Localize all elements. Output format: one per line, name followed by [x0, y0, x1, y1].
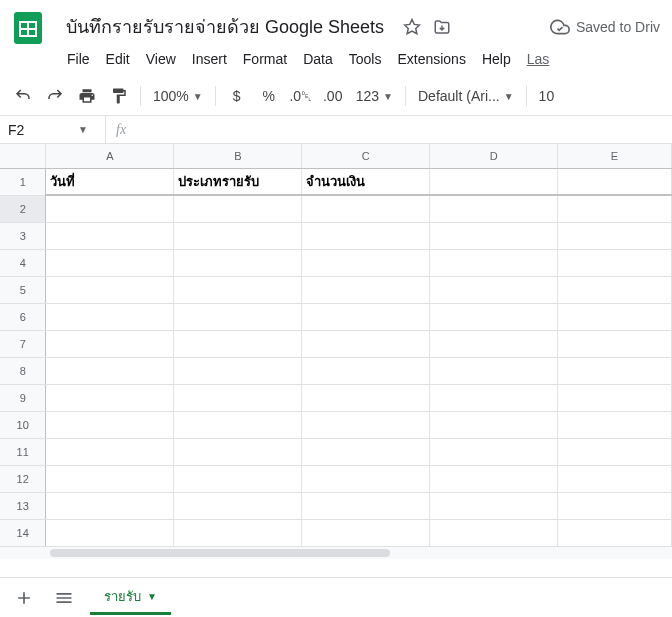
row-head-10[interactable]: 10: [0, 411, 46, 438]
cell-d2[interactable]: [430, 195, 558, 222]
cell-e5[interactable]: [558, 276, 672, 303]
menu-extensions[interactable]: Extensions: [390, 47, 472, 71]
cell-d11[interactable]: [430, 438, 558, 465]
menu-data[interactable]: Data: [296, 47, 340, 71]
cell-a12[interactable]: [46, 465, 174, 492]
cell-c13[interactable]: [302, 492, 430, 519]
percent-button[interactable]: %: [254, 81, 284, 111]
cell-c7[interactable]: [302, 330, 430, 357]
all-sheets-button[interactable]: [50, 584, 78, 612]
cell-c5[interactable]: [302, 276, 430, 303]
cell-a14[interactable]: [46, 519, 174, 546]
font-size-input[interactable]: 10: [533, 88, 561, 104]
cell-a11[interactable]: [46, 438, 174, 465]
cell-e11[interactable]: [558, 438, 672, 465]
cell-c14[interactable]: [302, 519, 430, 546]
cell-b9[interactable]: [174, 384, 302, 411]
row-head-14[interactable]: 14: [0, 519, 46, 546]
row-head-1[interactable]: 1: [0, 168, 46, 195]
cell-e2[interactable]: [558, 195, 672, 222]
cell-d10[interactable]: [430, 411, 558, 438]
select-all-corner[interactable]: [0, 144, 46, 168]
cell-d6[interactable]: [430, 303, 558, 330]
col-head-d[interactable]: D: [430, 144, 558, 168]
cell-a13[interactable]: [46, 492, 174, 519]
cell-e12[interactable]: [558, 465, 672, 492]
sheet-tab-active[interactable]: รายรับ ▼: [90, 578, 171, 617]
move-icon[interactable]: [432, 17, 452, 37]
cell-e7[interactable]: [558, 330, 672, 357]
row-head-2[interactable]: 2: [0, 195, 46, 222]
row-head-8[interactable]: 8: [0, 357, 46, 384]
cell-b5[interactable]: [174, 276, 302, 303]
row-head-7[interactable]: 7: [0, 330, 46, 357]
menu-tools[interactable]: Tools: [342, 47, 389, 71]
increase-decimal-button[interactable]: .00: [318, 81, 348, 111]
cell-d5[interactable]: [430, 276, 558, 303]
cell-d1[interactable]: [430, 168, 558, 195]
cell-d3[interactable]: [430, 222, 558, 249]
cell-a9[interactable]: [46, 384, 174, 411]
row-head-12[interactable]: 12: [0, 465, 46, 492]
document-title[interactable]: บันทึกรายรับรายจ่ายด้วย Google Sheets: [60, 10, 390, 43]
row-head-5[interactable]: 5: [0, 276, 46, 303]
cell-a5[interactable]: [46, 276, 174, 303]
paint-format-button[interactable]: [104, 81, 134, 111]
cell-d4[interactable]: [430, 249, 558, 276]
sheet-tab-dropdown-icon[interactable]: ▼: [147, 591, 157, 602]
horizontal-scrollbar[interactable]: [0, 547, 672, 559]
cell-c10[interactable]: [302, 411, 430, 438]
cell-c9[interactable]: [302, 384, 430, 411]
formula-input[interactable]: [136, 116, 672, 143]
cell-b4[interactable]: [174, 249, 302, 276]
star-icon[interactable]: [402, 17, 422, 37]
cell-d13[interactable]: [430, 492, 558, 519]
cell-c12[interactable]: [302, 465, 430, 492]
cell-c11[interactable]: [302, 438, 430, 465]
zoom-dropdown[interactable]: 100%▼: [147, 84, 209, 108]
row-head-9[interactable]: 9: [0, 384, 46, 411]
cell-e1[interactable]: [558, 168, 672, 195]
spreadsheet-grid[interactable]: A B C D E 1 วันที่ ประเภทรายรับ จำนวนเงิ…: [0, 144, 672, 547]
row-head-6[interactable]: 6: [0, 303, 46, 330]
cell-c8[interactable]: [302, 357, 430, 384]
cell-e14[interactable]: [558, 519, 672, 546]
add-sheet-button[interactable]: [10, 584, 38, 612]
sheets-logo-icon[interactable]: [8, 8, 48, 48]
cell-b6[interactable]: [174, 303, 302, 330]
name-box-dropdown-icon[interactable]: ▼: [78, 124, 88, 135]
menu-insert[interactable]: Insert: [185, 47, 234, 71]
col-head-a[interactable]: A: [46, 144, 174, 168]
cell-c6[interactable]: [302, 303, 430, 330]
cell-e3[interactable]: [558, 222, 672, 249]
name-box-input[interactable]: [8, 122, 78, 138]
cell-a3[interactable]: [46, 222, 174, 249]
cell-e8[interactable]: [558, 357, 672, 384]
col-head-e[interactable]: E: [558, 144, 672, 168]
currency-button[interactable]: $: [222, 81, 252, 111]
scrollbar-thumb[interactable]: [50, 549, 390, 557]
cell-b13[interactable]: [174, 492, 302, 519]
col-head-b[interactable]: B: [174, 144, 302, 168]
decrease-decimal-button[interactable]: .0␡: [286, 81, 316, 111]
cell-e4[interactable]: [558, 249, 672, 276]
row-head-13[interactable]: 13: [0, 492, 46, 519]
menu-view[interactable]: View: [139, 47, 183, 71]
cell-c3[interactable]: [302, 222, 430, 249]
redo-button[interactable]: [40, 81, 70, 111]
number-format-dropdown[interactable]: 123▼: [350, 84, 399, 108]
cell-b8[interactable]: [174, 357, 302, 384]
cell-a8[interactable]: [46, 357, 174, 384]
cell-b2[interactable]: [174, 195, 302, 222]
cell-d14[interactable]: [430, 519, 558, 546]
row-head-11[interactable]: 11: [0, 438, 46, 465]
cell-e6[interactable]: [558, 303, 672, 330]
undo-button[interactable]: [8, 81, 38, 111]
cell-c1[interactable]: จำนวนเงิน: [302, 168, 430, 195]
cell-d8[interactable]: [430, 357, 558, 384]
cell-b10[interactable]: [174, 411, 302, 438]
menu-file[interactable]: File: [60, 47, 97, 71]
cell-e9[interactable]: [558, 384, 672, 411]
menu-last-edit[interactable]: Las: [520, 47, 557, 71]
print-button[interactable]: [72, 81, 102, 111]
